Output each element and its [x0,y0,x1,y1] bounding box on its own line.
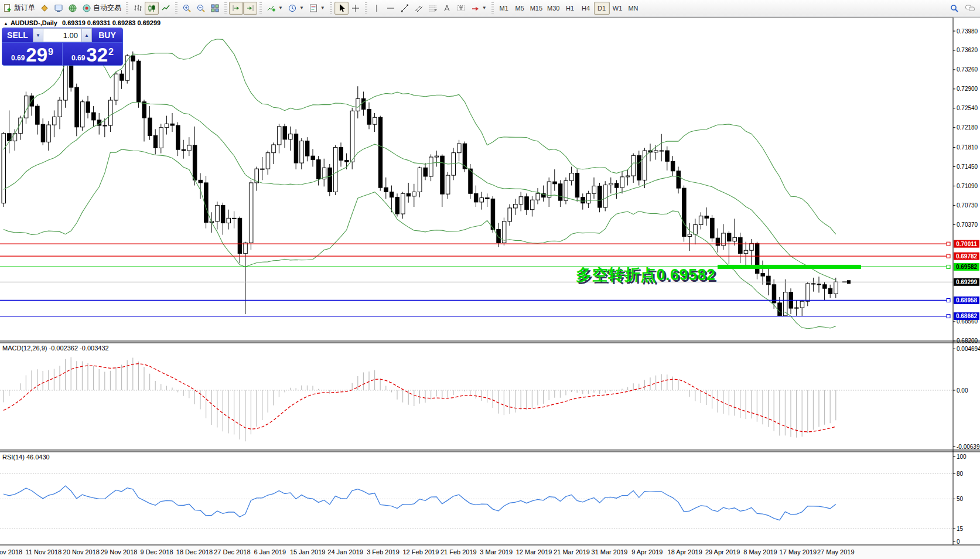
svg-text:21 Mar 2019: 21 Mar 2019 [554,548,590,555]
text-label-button[interactable] [454,2,468,15]
price-label-0.69582: 0.69582 [954,263,979,271]
svg-text:0.00: 0.00 [957,387,968,394]
channel-icon [414,4,424,13]
templates-button[interactable]: ▼ [306,2,327,15]
candlestick-chart-button[interactable] [145,2,159,15]
trendline-icon [400,4,409,13]
template-icon [309,4,318,13]
arrows-button[interactable]: ▼ [468,2,489,15]
zoom-in-icon [182,4,192,13]
svg-text:21 Feb 2019: 21 Feb 2019 [441,548,477,555]
dropdown-caret-icon: ▼ [299,5,304,11]
text-a-icon [442,4,452,13]
timeframe-M1[interactable]: M1 [496,2,512,15]
rsi-label: RSI(14) 46.0430 [2,454,50,461]
svg-text:0.004694: 0.004694 [957,346,980,352]
collapse-arrow-icon[interactable]: ▲ [4,21,8,26]
new-order-label: 新订单 [14,3,35,13]
buy-button[interactable]: BUY [92,28,122,42]
svg-text:9 Apr 2019: 9 Apr 2019 [631,548,663,555]
svg-text:6 Jan 2019: 6 Jan 2019 [254,548,286,555]
styler-button[interactable] [37,2,52,15]
dropdown-caret-icon: ▼ [278,5,283,11]
turning-point-annotation[interactable]: 多空转折点0.69582 [576,264,716,285]
svg-text:8 May 2019: 8 May 2019 [743,548,777,555]
svg-text:0.71810: 0.71810 [957,144,978,151]
trendline-button[interactable] [398,2,412,15]
vertical-line-button[interactable] [370,2,384,15]
text-label-icon [456,4,466,13]
timeframe-MN[interactable]: MN [626,2,641,15]
buy-price-display[interactable]: 0.69322 [63,43,122,66]
vertical-line-icon [372,4,381,13]
timeframe-W1[interactable]: W1 [610,2,626,15]
svg-text:18 Apr 2019: 18 Apr 2019 [668,548,702,555]
chart-shift-button[interactable] [243,2,257,15]
autotrading-button[interactable]: 自动交易 [80,2,124,15]
equidistant-channel-button[interactable] [412,2,426,15]
fibonacci-icon [428,4,438,13]
main-toolbar: 新订单 自动交易 ▼ ▼ [0,0,980,16]
zoom-out-button[interactable] [194,2,208,15]
svg-text:12 Feb 2019: 12 Feb 2019 [403,548,439,555]
sell-button[interactable]: SELL [2,28,33,42]
toolbar-grip [126,2,128,14]
buy-price-big: 32 [86,46,108,64]
timeframe-M30[interactable]: M30 [545,2,562,15]
sell-price-display[interactable]: 0.69299 [2,43,63,66]
bar-chart-icon [133,4,142,13]
toolbar-grip [330,2,332,14]
svg-text:0.69582: 0.69582 [956,264,978,270]
date-axis-labels[interactable]: 1 Nov 201811 Nov 201820 Nov 201829 Nov 2… [0,548,855,555]
timeframe-D1[interactable]: D1 [594,2,610,15]
new-order-icon [3,4,12,13]
svg-text:0.69782: 0.69782 [956,253,978,260]
signals-button[interactable] [66,2,80,15]
svg-text:3 Feb 2019: 3 Feb 2019 [367,548,399,555]
zoom-in-button[interactable] [180,2,194,15]
chart-canvas[interactable]: 0.739800.736200.732600.729000.725400.721… [0,0,980,559]
auto-scroll-button[interactable] [229,2,243,15]
chat-icon[interactable] [965,4,975,13]
svg-text:0.70011: 0.70011 [956,241,977,247]
turning-point-highlight-segment[interactable] [718,265,861,269]
dropdown-caret-icon: ▼ [320,5,325,11]
search-icon[interactable] [950,4,959,13]
auto-scroll-icon [231,4,241,13]
svg-text:50: 50 [957,496,964,502]
svg-text:0.71450: 0.71450 [957,163,978,170]
svg-text:80: 80 [957,471,964,477]
crosshair-button[interactable] [349,2,363,15]
indicators-icon [267,4,276,13]
volume-decrease-button[interactable]: ▼ [33,28,43,42]
text-button[interactable] [440,2,454,15]
price-label-0.69299: 0.69299 [954,278,979,286]
volume-increase-button[interactable]: ▲ [81,28,92,42]
cursor-button[interactable] [334,2,349,15]
svg-text:15: 15 [957,526,964,532]
timeframe-H1[interactable]: H1 [562,2,578,15]
periods-button[interactable]: ▼ [285,2,306,15]
timeframe-M5[interactable]: M5 [512,2,528,15]
new-order-button[interactable]: 新订单 [1,2,37,15]
bar-chart-button[interactable] [131,2,145,15]
svg-text:0.73620: 0.73620 [957,47,978,53]
data-window-button[interactable] [52,2,66,15]
indicators-button[interactable]: ▼ [264,2,285,15]
price-label-0.68662: 0.68662 [954,312,979,320]
fibonacci-button[interactable] [426,2,440,15]
toolbar-grip [224,2,227,14]
clock-icon [288,4,297,13]
line-chart-button[interactable] [159,2,173,15]
zoom-out-icon [196,4,206,13]
timeframe-H4[interactable]: H4 [578,2,594,15]
svg-text:18 Dec 2018: 18 Dec 2018 [176,548,213,555]
horizontal-line-button[interactable] [384,2,398,15]
timeframe-group: M1M5M15M30H1H4D1W1MN [496,2,641,15]
timeframe-M15[interactable]: M15 [528,2,545,15]
chart-shift-icon [245,4,255,13]
tile-windows-button[interactable] [208,2,222,15]
svg-text:0.71090: 0.71090 [957,183,978,189]
svg-text:0.72180: 0.72180 [957,124,978,131]
svg-text:0.70370: 0.70370 [957,221,978,228]
